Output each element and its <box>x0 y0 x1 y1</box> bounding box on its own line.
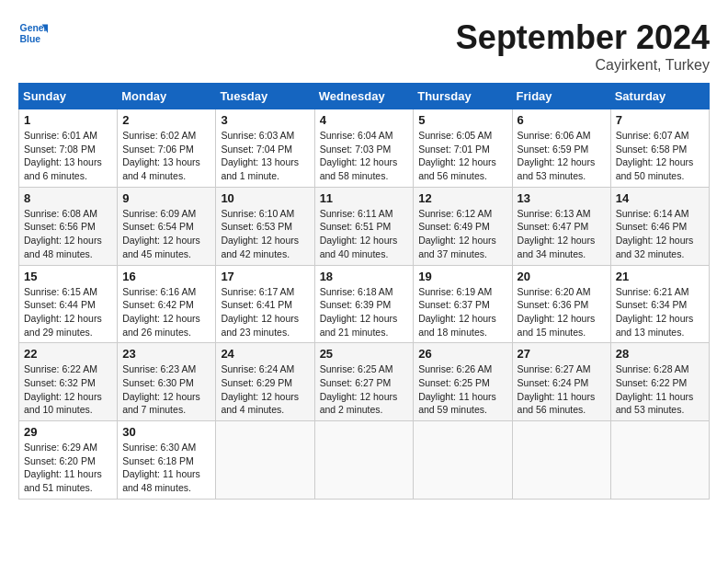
day-info: Sunrise: 6:30 AM Sunset: 6:18 PM Dayligh… <box>122 441 210 495</box>
day-number: 26 <box>418 347 506 361</box>
calendar-week-row: 8Sunrise: 6:08 AM Sunset: 6:56 PM Daylig… <box>19 187 710 265</box>
day-info: Sunrise: 6:17 AM Sunset: 6:41 PM Dayligh… <box>221 285 309 339</box>
day-info: Sunrise: 6:13 AM Sunset: 6:47 PM Dayligh… <box>518 207 606 261</box>
day-number: 18 <box>320 270 409 283</box>
calendar-cell <box>216 421 314 500</box>
calendar-cell: 28Sunrise: 6:28 AM Sunset: 6:22 PM Dayli… <box>610 343 709 421</box>
calendar-cell: 12Sunrise: 6:12 AM Sunset: 6:49 PM Dayli… <box>414 187 512 265</box>
logo-icon: General Blue <box>18 18 48 48</box>
title-block: September 2024 Cayirkent, Turkey <box>456 18 710 74</box>
calendar-cell: 23Sunrise: 6:23 AM Sunset: 6:30 PM Dayli… <box>118 343 216 421</box>
calendar-cell: 17Sunrise: 6:17 AM Sunset: 6:41 PM Dayli… <box>216 265 314 343</box>
day-info: Sunrise: 6:06 AM Sunset: 6:59 PM Dayligh… <box>518 129 606 183</box>
month-year-title: September 2024 <box>456 18 710 57</box>
day-number: 14 <box>616 191 704 205</box>
day-number: 21 <box>616 270 704 283</box>
day-info: Sunrise: 6:24 AM Sunset: 6:29 PM Dayligh… <box>221 362 309 417</box>
calendar-cell: 20Sunrise: 6:20 AM Sunset: 6:36 PM Dayli… <box>512 265 610 343</box>
calendar-header-row: Sunday Monday Tuesday Wednesday Thursday… <box>19 84 710 109</box>
day-number: 17 <box>221 270 309 283</box>
day-info: Sunrise: 6:19 AM Sunset: 6:37 PM Dayligh… <box>418 285 506 339</box>
day-info: Sunrise: 6:26 AM Sunset: 6:25 PM Dayligh… <box>418 362 506 417</box>
calendar-cell: 4Sunrise: 6:04 AM Sunset: 7:03 PM Daylig… <box>314 109 414 188</box>
calendar-cell: 14Sunrise: 6:14 AM Sunset: 6:46 PM Dayli… <box>610 187 709 265</box>
day-number: 11 <box>320 191 409 205</box>
day-number: 27 <box>518 347 606 361</box>
calendar-cell: 25Sunrise: 6:25 AM Sunset: 6:27 PM Dayli… <box>314 343 414 421</box>
calendar-cell: 3Sunrise: 6:03 AM Sunset: 7:04 PM Daylig… <box>216 109 314 188</box>
calendar-cell: 11Sunrise: 6:11 AM Sunset: 6:51 PM Dayli… <box>314 187 414 265</box>
calendar-cell: 16Sunrise: 6:16 AM Sunset: 6:42 PM Dayli… <box>118 265 216 343</box>
calendar-cell: 5Sunrise: 6:05 AM Sunset: 7:01 PM Daylig… <box>414 109 512 188</box>
day-info: Sunrise: 6:10 AM Sunset: 6:53 PM Dayligh… <box>221 207 309 261</box>
logo: General Blue <box>18 18 48 48</box>
calendar-cell: 26Sunrise: 6:26 AM Sunset: 6:25 PM Dayli… <box>414 343 512 421</box>
day-info: Sunrise: 6:27 AM Sunset: 6:24 PM Dayligh… <box>518 362 606 417</box>
day-info: Sunrise: 6:12 AM Sunset: 6:49 PM Dayligh… <box>418 207 506 261</box>
day-info: Sunrise: 6:03 AM Sunset: 7:04 PM Dayligh… <box>221 129 309 183</box>
day-number: 20 <box>518 270 606 283</box>
calendar-cell: 29Sunrise: 6:29 AM Sunset: 6:20 PM Dayli… <box>19 421 118 500</box>
col-saturday: Saturday <box>610 84 709 109</box>
calendar-week-row: 29Sunrise: 6:29 AM Sunset: 6:20 PM Dayli… <box>19 421 710 500</box>
day-number: 16 <box>122 270 210 283</box>
day-info: Sunrise: 6:04 AM Sunset: 7:03 PM Dayligh… <box>320 129 409 183</box>
day-number: 23 <box>122 347 210 361</box>
day-info: Sunrise: 6:14 AM Sunset: 6:46 PM Dayligh… <box>616 207 704 261</box>
calendar-cell: 27Sunrise: 6:27 AM Sunset: 6:24 PM Dayli… <box>512 343 610 421</box>
calendar-cell: 9Sunrise: 6:09 AM Sunset: 6:54 PM Daylig… <box>118 187 216 265</box>
day-number: 3 <box>221 113 309 127</box>
col-wednesday: Wednesday <box>314 84 414 109</box>
day-number: 5 <box>418 113 506 127</box>
day-info: Sunrise: 6:15 AM Sunset: 6:44 PM Dayligh… <box>24 285 112 339</box>
day-number: 19 <box>418 270 506 283</box>
calendar-cell: 10Sunrise: 6:10 AM Sunset: 6:53 PM Dayli… <box>216 187 314 265</box>
calendar-cell: 22Sunrise: 6:22 AM Sunset: 6:32 PM Dayli… <box>19 343 118 421</box>
day-info: Sunrise: 6:25 AM Sunset: 6:27 PM Dayligh… <box>320 362 409 417</box>
calendar-week-row: 1Sunrise: 6:01 AM Sunset: 7:08 PM Daylig… <box>19 109 710 188</box>
day-info: Sunrise: 6:29 AM Sunset: 6:20 PM Dayligh… <box>24 441 112 495</box>
day-info: Sunrise: 6:23 AM Sunset: 6:30 PM Dayligh… <box>122 362 210 417</box>
calendar-cell <box>414 421 512 500</box>
day-number: 8 <box>24 191 112 205</box>
day-info: Sunrise: 6:11 AM Sunset: 6:51 PM Dayligh… <box>320 207 409 261</box>
location-subtitle: Cayirkent, Turkey <box>456 57 710 74</box>
calendar-cell: 30Sunrise: 6:30 AM Sunset: 6:18 PM Dayli… <box>118 421 216 500</box>
calendar-cell: 15Sunrise: 6:15 AM Sunset: 6:44 PM Dayli… <box>19 265 118 343</box>
calendar-week-row: 15Sunrise: 6:15 AM Sunset: 6:44 PM Dayli… <box>19 265 710 343</box>
day-info: Sunrise: 6:16 AM Sunset: 6:42 PM Dayligh… <box>122 285 210 339</box>
calendar-cell: 8Sunrise: 6:08 AM Sunset: 6:56 PM Daylig… <box>19 187 118 265</box>
day-number: 25 <box>320 347 409 361</box>
col-monday: Monday <box>118 84 216 109</box>
calendar-cell: 7Sunrise: 6:07 AM Sunset: 6:58 PM Daylig… <box>610 109 709 188</box>
day-info: Sunrise: 6:28 AM Sunset: 6:22 PM Dayligh… <box>616 362 704 417</box>
calendar-cell <box>512 421 610 500</box>
day-number: 1 <box>24 113 112 127</box>
day-number: 28 <box>616 347 704 361</box>
day-number: 2 <box>122 113 210 127</box>
calendar-week-row: 22Sunrise: 6:22 AM Sunset: 6:32 PM Dayli… <box>19 343 710 421</box>
day-info: Sunrise: 6:07 AM Sunset: 6:58 PM Dayligh… <box>616 129 704 183</box>
day-info: Sunrise: 6:02 AM Sunset: 7:06 PM Dayligh… <box>122 129 210 183</box>
calendar-cell: 1Sunrise: 6:01 AM Sunset: 7:08 PM Daylig… <box>19 109 118 188</box>
day-info: Sunrise: 6:01 AM Sunset: 7:08 PM Dayligh… <box>24 129 112 183</box>
svg-text:Blue: Blue <box>20 34 41 44</box>
calendar-cell <box>610 421 709 500</box>
day-number: 15 <box>24 270 112 283</box>
day-number: 6 <box>518 113 606 127</box>
col-thursday: Thursday <box>414 84 512 109</box>
day-number: 9 <box>122 191 210 205</box>
calendar-cell: 6Sunrise: 6:06 AM Sunset: 6:59 PM Daylig… <box>512 109 610 188</box>
day-number: 12 <box>418 191 506 205</box>
calendar-cell: 13Sunrise: 6:13 AM Sunset: 6:47 PM Dayli… <box>512 187 610 265</box>
day-info: Sunrise: 6:20 AM Sunset: 6:36 PM Dayligh… <box>518 285 606 339</box>
day-number: 10 <box>221 191 309 205</box>
day-info: Sunrise: 6:22 AM Sunset: 6:32 PM Dayligh… <box>24 362 112 417</box>
day-info: Sunrise: 6:18 AM Sunset: 6:39 PM Dayligh… <box>320 285 409 339</box>
col-sunday: Sunday <box>19 84 118 109</box>
page-header: General Blue September 2024 Cayirkent, T… <box>18 18 710 74</box>
day-number: 29 <box>24 425 112 439</box>
day-info: Sunrise: 6:21 AM Sunset: 6:34 PM Dayligh… <box>616 285 704 339</box>
day-number: 13 <box>518 191 606 205</box>
calendar-cell <box>314 421 414 500</box>
